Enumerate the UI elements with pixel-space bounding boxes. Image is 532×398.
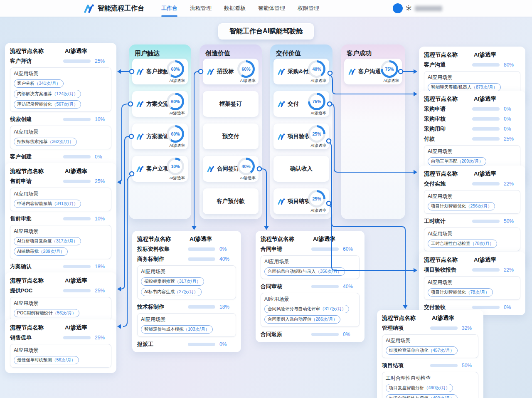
process-node[interactable]: 采购&付款 40% AI渗透率: [273, 59, 329, 84]
detail-card-header: 流程节点名称 AI渗透率: [261, 235, 360, 243]
user-avatar[interactable]: [393, 3, 403, 13]
ai-scene-chip-list: POC用例智能设计（56次/月）: [14, 309, 108, 317]
nav-tab[interactable]: 流程管理: [184, 0, 218, 17]
ai-scene-chip[interactable]: 项目计划智能优化（78次/月）: [428, 288, 493, 297]
ai-scene-label: AI应用场景: [386, 337, 475, 344]
ai-scene-chip[interactable]: 项目复盘智能分析（490次/月）: [386, 384, 453, 392]
ai-scene-chip[interactable]: 拜访记录智能转化（567次/月）: [14, 100, 81, 109]
process-node[interactable]: 客户立项 10% AI渗透率: [132, 156, 188, 182]
ai-scene-chip[interactable]: 合同信息自动提取与录入（356次/月）: [264, 267, 345, 276]
ai-scene-chip[interactable]: AI分析项目复杂度（317次/月）: [14, 237, 81, 245]
process-node[interactable]: 合同签订 40% AI渗透率: [203, 156, 259, 182]
process-row-name: 付款: [424, 135, 472, 143]
process-row-name: 客户创建: [10, 153, 63, 161]
process-node-label: 客户预付款: [217, 198, 245, 205]
process-node[interactable]: 方案交流 60% AI渗透率: [132, 91, 188, 117]
process-node-head: 项目结项: [278, 188, 310, 214]
ai-penetration-donut: 60%: [237, 60, 255, 78]
process-node[interactable]: 客户接触 60% AI渗透率: [132, 59, 188, 84]
ai-scene-chip-count: （78次/月）: [466, 289, 490, 295]
ai-penetration-value: 25%: [312, 196, 321, 201]
process-node[interactable]: 客户预付款: [203, 188, 259, 214]
ai-scene-chip[interactable]: 客户分析（341次/月）: [14, 79, 64, 88]
ai-scene-chip[interactable]: 招投标案例推荐（317次/月）: [141, 277, 204, 286]
penetration-percent: 25%: [95, 335, 111, 341]
process-node[interactable]: 招投标 60% AI渗透率: [203, 59, 259, 84]
ai-penetration-value: 40%: [312, 67, 321, 72]
ai-scene-chip[interactable]: 合同案例入选自动评估（286次/月）: [264, 315, 340, 324]
penetration-bar: [188, 343, 215, 346]
process-node[interactable]: 项目验收 25% AI渗透率: [273, 124, 329, 149]
ai-scene-chip[interactable]: 招投标线索推荐（362次/月）: [14, 138, 77, 146]
ai-scene-chip[interactable]: 结项检查清单自动化（457次/月）: [386, 346, 458, 355]
ai-scene-chip[interactable]: AI辅助审批（289次/月）: [14, 247, 68, 256]
process-row: 商务标制作 40%: [137, 255, 236, 263]
nav-tab[interactable]: 权限管理: [291, 0, 325, 17]
ai-scene-chip-list: 结项检查清单自动化（457次/月）: [386, 346, 475, 355]
detail-card-header: 流程节点名称 AI渗透率: [10, 168, 111, 175]
ai-scene-chip[interactable]: 知识自动提炼与归档（490次/月）: [386, 394, 458, 398]
process-node[interactable]: 确认收入: [273, 156, 329, 182]
nav-tab[interactable]: 工作台: [155, 0, 184, 17]
ai-penetration-donut: 25%: [308, 190, 325, 208]
ai-scene-chip-count: （356次/月）: [316, 269, 342, 274]
ai-scene-chip-name: 合同案例入选自动评估: [268, 316, 311, 322]
stage-column-title: 交付价值: [276, 49, 301, 57]
penetration-percent: 25%: [504, 136, 520, 142]
penetration-percent: 25%: [95, 178, 111, 184]
process-node[interactable]: 预交付: [203, 124, 259, 149]
ai-scene-label: 工时合理性自动检查: [386, 375, 475, 382]
penetration-bar: [472, 63, 500, 67]
ai-scene-chip[interactable]: 工时合理性自动检查（78次/月）: [428, 240, 497, 248]
ai-scene-chip-name: 项目计划智能优化: [431, 203, 466, 209]
detail-card-rows: 提供POC 25% AI应用场景 POC用例智能设计（56次/月）: [10, 287, 111, 321]
ai-scene-label: AI应用场景: [14, 129, 108, 136]
process-row-name: 投标资料收集: [137, 245, 188, 253]
node-name-column-header: 流程节点名称: [424, 170, 474, 178]
user-area[interactable]: 宋: [393, 3, 442, 13]
process-node[interactable]: 方案验证 60% AI渗透率: [132, 124, 188, 149]
process-node-label: 客户接触: [146, 68, 169, 75]
detail-card-header: 流程节点名称 AI渗透率: [424, 51, 520, 59]
app-logo: 智能流程工作台: [84, 4, 144, 13]
ai-scene-chip-count: （490次/月）: [429, 396, 454, 398]
process-node-head: 方案交流: [136, 91, 169, 117]
ai-scene-chip[interactable]: 项目计划智能优化（256次/月）: [428, 202, 495, 210]
nav-tab[interactable]: 智能体管理: [252, 0, 291, 17]
ai-rate-column-header: AI渗透率: [474, 51, 520, 59]
process-node[interactable]: 项目结项 25% AI渗透率: [273, 188, 329, 214]
ai-scene-chip[interactable]: 内部解决方案推荐（124次/月）: [14, 90, 81, 98]
ai-scene-chip[interactable]: AI标书内容生成（27次/月）: [141, 288, 202, 296]
process-row-name: 售前审批: [10, 215, 63, 222]
ai-penetration-donut: 40%: [308, 60, 325, 78]
process-row: 销售促单 25%: [10, 334, 111, 341]
ai-scene-chip[interactable]: 合同风险评分与自动化评审（317次/月）: [264, 305, 349, 313]
ai-scene-chip-count: （457次/月）: [429, 348, 454, 354]
process-node[interactable]: 交付 75% AI渗透率: [273, 91, 329, 117]
nav-tab[interactable]: 数据看板: [218, 0, 252, 17]
ai-penetration-donut: 60%: [167, 60, 184, 78]
ai-scene-chip-name: 招投标案例推荐: [144, 279, 175, 284]
ai-penetration-caption: AI渗透率: [311, 78, 326, 84]
process-node-head: 合同签订: [207, 156, 239, 182]
ai-scene-chip-name: 知识自动提炼与归档: [389, 396, 429, 398]
ai-scene-chip[interactable]: 申请内容智能预填（341次/月）: [14, 200, 81, 208]
app-title: 智能流程工作台: [98, 4, 144, 13]
ai-penetration-donut: 60%: [167, 125, 184, 143]
ai-scene-chip[interactable]: 自动三单匹配（209次/月）: [428, 157, 486, 166]
process-node[interactable]: 框架签订: [203, 91, 259, 117]
process-node-head: 客户立项: [136, 156, 169, 182]
ai-scene-chip[interactable]: 智能聊天客服/机器人（879次/月）: [428, 83, 501, 91]
process-row-name: 项目结项: [382, 362, 430, 369]
process-node[interactable]: 客户沟通 75% AI渗透率: [344, 59, 402, 84]
penetration-bar: [63, 59, 91, 63]
penetration-percent: 50%: [462, 363, 478, 368]
ai-scene-chip-list: AI分析项目复杂度（317次/月）AI辅助审批（289次/月）: [14, 237, 108, 256]
penetration-bar: [472, 220, 500, 223]
detail-card-rows: 客户沟通 80% AI应用场景 智能聊天客服/机器人（879次/月）: [424, 61, 520, 95]
ai-penetration-value: 60%: [171, 99, 180, 104]
ai-scene-chip[interactable]: 智能定价与成本模拟（103次/月）: [141, 325, 213, 334]
ai-scene-chip[interactable]: 最佳促单时机预测（56次/月）: [14, 356, 79, 364]
ai-scene-chip[interactable]: POC用例智能设计（56次/月）: [14, 309, 79, 317]
ai-scene-box: AI应用场景 合同信息自动提取与录入（356次/月）: [261, 255, 360, 279]
